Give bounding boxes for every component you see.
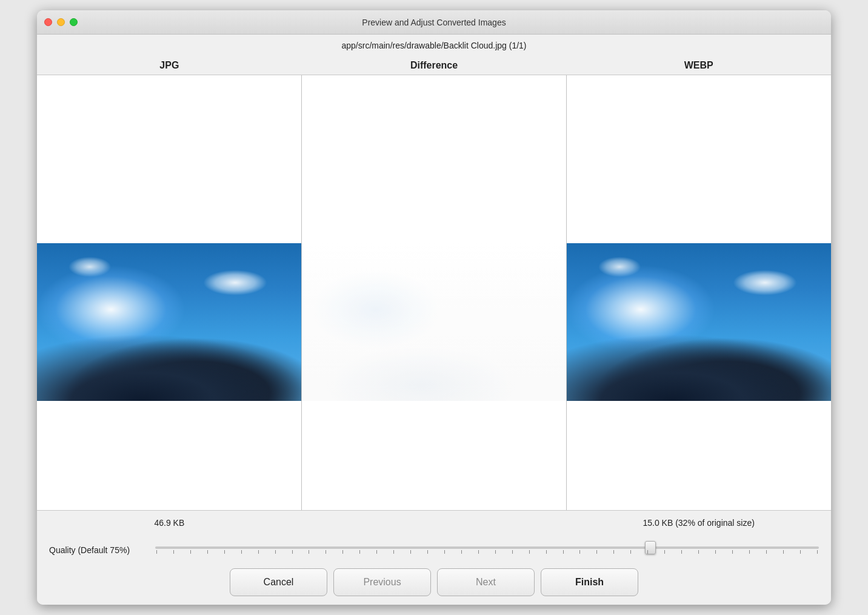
window-title: Preview and Adjust Converted Images: [362, 18, 506, 27]
tick: [275, 550, 276, 554]
tick: [647, 550, 648, 554]
tick: [715, 550, 716, 554]
jpg-preview-panel: [37, 75, 301, 510]
tick: [190, 550, 191, 554]
quality-label: Quality (Default 75%): [49, 545, 143, 555]
tick: [173, 550, 174, 554]
tick: [698, 550, 699, 554]
tick: [410, 550, 411, 554]
tick: [579, 550, 580, 554]
subtitle-bar: app/src/main/res/drawable/Backlit Cloud.…: [37, 35, 831, 56]
tick: [224, 550, 225, 554]
tick: [461, 550, 462, 554]
tick: [444, 550, 445, 554]
cancel-button[interactable]: Cancel: [230, 568, 327, 596]
tick: [156, 550, 157, 554]
tick: [630, 550, 631, 554]
webp-preview-panel: [566, 75, 831, 510]
previous-button[interactable]: Previous: [333, 568, 431, 596]
tick: [766, 550, 767, 554]
tick: [546, 550, 547, 554]
file-path: app/src/main/res/drawable/Backlit Cloud.…: [341, 41, 526, 50]
tick: [342, 550, 343, 554]
tick: [258, 550, 259, 554]
main-window: Preview and Adjust Converted Images app/…: [37, 10, 831, 605]
tick: [681, 550, 682, 554]
tick: [800, 550, 801, 554]
tick: [529, 550, 530, 554]
tick: [613, 550, 614, 554]
finish-button[interactable]: Finish: [541, 568, 638, 596]
size-bar: 46.9 KB 15.0 KB (32% of original size): [37, 511, 831, 535]
tick: [393, 550, 394, 554]
close-button[interactable]: [44, 18, 52, 26]
tick: [495, 550, 496, 554]
diff-preview-panel: [301, 75, 566, 510]
tick: [732, 550, 733, 554]
tick: [376, 550, 377, 554]
tick: [326, 550, 326, 554]
tick: [207, 550, 208, 554]
maximize-button[interactable]: [70, 18, 78, 26]
tick: [241, 550, 242, 554]
tick-marks: [155, 550, 819, 554]
tick: [817, 550, 818, 554]
webp-size: 15.0 KB (32% of original size): [566, 518, 831, 528]
webp-image: [567, 243, 831, 401]
webp-column-header: WEBP: [566, 60, 831, 71]
tick: [749, 550, 750, 554]
tick: [359, 550, 360, 554]
jpg-image: [37, 243, 301, 401]
quality-slider-wrapper: [155, 546, 819, 554]
tick: [292, 550, 293, 554]
jpg-column-header: JPG: [37, 60, 302, 71]
tick: [427, 550, 428, 554]
tick: [563, 550, 564, 554]
traffic-lights: [44, 18, 78, 26]
quality-slider[interactable]: [155, 546, 819, 549]
preview-area: [37, 75, 831, 511]
diff-image: [302, 243, 566, 401]
button-row: Cancel Previous Next Finish: [37, 565, 831, 605]
minimize-button[interactable]: [57, 18, 65, 26]
jpg-size: 46.9 KB: [37, 518, 302, 528]
tick: [596, 550, 597, 554]
tick: [783, 550, 784, 554]
diff-column-header: Difference: [302, 60, 567, 71]
next-button[interactable]: Next: [437, 568, 535, 596]
title-bar: Preview and Adjust Converted Images: [37, 10, 831, 35]
tick: [478, 550, 479, 554]
tick: [512, 550, 513, 554]
column-headers: JPG Difference WEBP: [37, 56, 831, 75]
tick: [664, 550, 665, 554]
quality-row: Quality (Default 75%): [37, 535, 831, 565]
tick: [309, 550, 309, 554]
